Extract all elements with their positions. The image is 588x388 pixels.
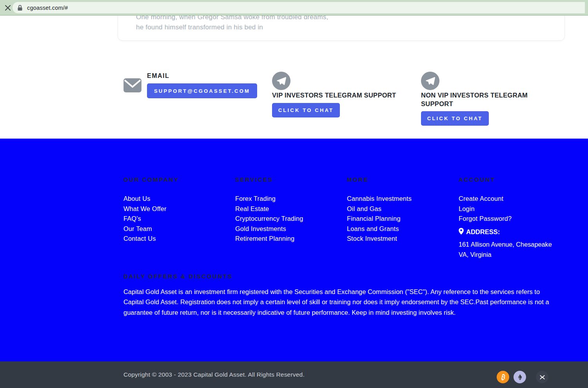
- footer-link-what-we-offer[interactable]: What We Offer: [123, 205, 167, 212]
- address-bar[interactable]: cgoasset.com/#: [13, 2, 585, 13]
- footer-link-faqs[interactable]: FAQ's: [123, 215, 141, 222]
- browser-top-bar: cgoasset.com/#: [0, 0, 588, 16]
- list-item: Real Estate: [235, 204, 341, 214]
- list-item: Oil and Gas: [347, 204, 453, 214]
- footer-link-cryptocurrency-trading[interactable]: Cryptocurrency Trading: [235, 215, 303, 222]
- footer-link-gold-investments[interactable]: Gold Investments: [235, 225, 286, 232]
- hero-text-line2: he found himself transformed in his bed …: [136, 22, 564, 32]
- footer-link-login[interactable]: Login: [459, 205, 475, 212]
- address-block: ADDRESS: 161 Allison Avenue, Chesapeake …: [459, 228, 572, 260]
- address-label: ADDRESS:: [466, 228, 500, 236]
- list-item: Forex Trading: [235, 194, 341, 204]
- bitcoin-icon[interactable]: [497, 371, 509, 383]
- footer-link-about-us[interactable]: About Us: [123, 195, 151, 202]
- copyright-text: Copyright © 2003 - 2023 Capital Gold Ass…: [123, 361, 305, 388]
- list-item: Gold Investments: [235, 224, 341, 234]
- ethereum-icon[interactable]: [514, 371, 526, 383]
- lock-icon: [17, 5, 23, 11]
- email-support-button[interactable]: SUPPORT@CGOASSET.COM: [147, 83, 257, 98]
- list-item: Login: [459, 204, 568, 214]
- footer-link-contact-us[interactable]: Contact Us: [123, 235, 156, 242]
- list-item: Retirement Planning: [235, 234, 341, 244]
- list-item: What We Offer: [123, 204, 229, 214]
- list-item: Cannabis Investments: [347, 194, 453, 204]
- footer-link-our-team[interactable]: Our Team: [123, 225, 152, 232]
- close-icon[interactable]: [3, 3, 13, 13]
- xrp-icon[interactable]: [536, 371, 548, 383]
- footer-column-services: SERVICES Forex Trading Real Estate Crypt…: [235, 176, 341, 244]
- nonvip-telegram-title: NON VIP INVESTORS TELEGRAM SUPPORT: [421, 91, 543, 108]
- list-item: FAQ's: [123, 214, 229, 224]
- list-item: Cryptocurrency Trading: [235, 214, 341, 224]
- list-item: Forgot Password?: [459, 214, 568, 224]
- address-line1: 161 Allison Avenue, Chesapeake: [459, 239, 572, 249]
- list-item: About Us: [123, 194, 229, 204]
- footer-link-create-account[interactable]: Create Account: [459, 195, 503, 202]
- list-item: Loans and Grants: [347, 224, 453, 234]
- address-line2: VA, Virginia: [459, 249, 572, 260]
- footer-link-retirement-planning[interactable]: Retirement Planning: [235, 235, 294, 242]
- telegram-icon: [272, 72, 290, 90]
- footer-column-more: MORE Cannabis Investments Oil and Gas Fi…: [347, 176, 453, 244]
- footer-link-oil-and-gas[interactable]: Oil and Gas: [347, 205, 381, 212]
- footer-column-account: ACCOUNT Create Account Login Forgot Pass…: [459, 176, 568, 224]
- list-item: Contact Us: [123, 234, 229, 244]
- footer: OUR COMPANY About Us What We Offer FAQ's…: [0, 139, 588, 361]
- list-item: Stock Investment: [347, 234, 453, 244]
- map-pin-icon: [459, 228, 464, 236]
- column-heading: OUR COMPANY: [123, 176, 229, 183]
- footer-link-loans-and-grants[interactable]: Loans and Grants: [347, 225, 399, 232]
- footer-link-forgot-password[interactable]: Forgot Password?: [459, 215, 512, 222]
- sec-disclaimer-text: Capital Gold Asset is an investment firm…: [123, 287, 555, 318]
- footer-link-financial-planning[interactable]: Financial Planning: [347, 215, 401, 222]
- footer-link-stock-investment[interactable]: Stock Investment: [347, 235, 397, 242]
- footer-link-cannabis-investments[interactable]: Cannabis Investments: [347, 195, 412, 202]
- url-text: cgoasset.com/#: [27, 5, 68, 11]
- telegram-icon: [421, 72, 439, 90]
- nonvip-chat-button[interactable]: CLICK TO CHAT: [421, 111, 489, 126]
- footer-link-forex-trading[interactable]: Forex Trading: [235, 195, 276, 202]
- email-label: EMAIL: [147, 72, 169, 79]
- footer-link-real-estate[interactable]: Real Estate: [235, 205, 269, 212]
- list-item: Our Team: [123, 224, 229, 234]
- column-heading: SERVICES: [235, 176, 341, 183]
- vip-chat-button[interactable]: CLICK TO CHAT: [272, 103, 340, 117]
- daily-offers-heading: DAILY OFFERS & DISCOUNTS: [123, 273, 232, 280]
- envelope-icon: [123, 78, 142, 95]
- footer-column-our-company: OUR COMPANY About Us What We Offer FAQ's…: [123, 176, 229, 244]
- column-heading: MORE: [347, 176, 453, 183]
- column-heading: ACCOUNT: [459, 176, 568, 183]
- list-item: Financial Planning: [347, 214, 453, 224]
- vip-telegram-title: VIP INVESTORS TELEGRAM SUPPORT: [272, 91, 413, 100]
- list-item: Create Account: [459, 194, 568, 204]
